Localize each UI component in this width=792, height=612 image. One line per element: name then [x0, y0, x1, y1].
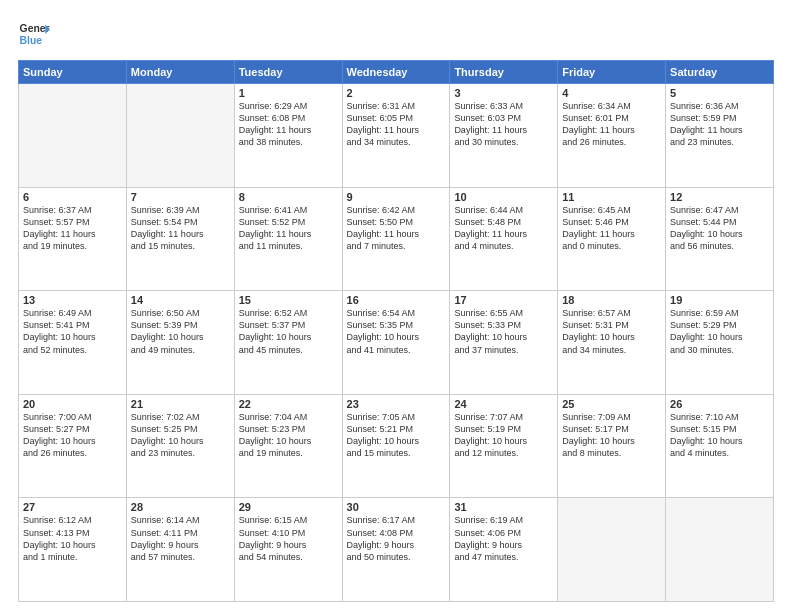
calendar-week-1: 1Sunrise: 6:29 AM Sunset: 6:08 PM Daylig…: [19, 84, 774, 188]
calendar-cell: 23Sunrise: 7:05 AM Sunset: 5:21 PM Dayli…: [342, 394, 450, 498]
calendar-cell: 8Sunrise: 6:41 AM Sunset: 5:52 PM Daylig…: [234, 187, 342, 291]
day-info: Sunrise: 6:44 AM Sunset: 5:48 PM Dayligh…: [454, 204, 553, 253]
day-info: Sunrise: 7:09 AM Sunset: 5:17 PM Dayligh…: [562, 411, 661, 460]
day-number: 27: [23, 501, 122, 513]
day-number: 25: [562, 398, 661, 410]
day-number: 28: [131, 501, 230, 513]
calendar-cell: 2Sunrise: 6:31 AM Sunset: 6:05 PM Daylig…: [342, 84, 450, 188]
calendar-cell: 19Sunrise: 6:59 AM Sunset: 5:29 PM Dayli…: [666, 291, 774, 395]
day-number: 29: [239, 501, 338, 513]
calendar-cell: [558, 498, 666, 602]
weekday-header-monday: Monday: [126, 61, 234, 84]
calendar-cell: 16Sunrise: 6:54 AM Sunset: 5:35 PM Dayli…: [342, 291, 450, 395]
day-number: 17: [454, 294, 553, 306]
calendar-cell: 10Sunrise: 6:44 AM Sunset: 5:48 PM Dayli…: [450, 187, 558, 291]
day-info: Sunrise: 6:42 AM Sunset: 5:50 PM Dayligh…: [347, 204, 446, 253]
calendar-cell: 15Sunrise: 6:52 AM Sunset: 5:37 PM Dayli…: [234, 291, 342, 395]
day-number: 7: [131, 191, 230, 203]
logo-icon: General Blue: [18, 18, 50, 50]
day-number: 8: [239, 191, 338, 203]
calendar-cell: 14Sunrise: 6:50 AM Sunset: 5:39 PM Dayli…: [126, 291, 234, 395]
day-info: Sunrise: 6:19 AM Sunset: 4:06 PM Dayligh…: [454, 514, 553, 563]
day-number: 18: [562, 294, 661, 306]
day-info: Sunrise: 6:29 AM Sunset: 6:08 PM Dayligh…: [239, 100, 338, 149]
weekday-header-sunday: Sunday: [19, 61, 127, 84]
day-info: Sunrise: 6:37 AM Sunset: 5:57 PM Dayligh…: [23, 204, 122, 253]
day-info: Sunrise: 6:50 AM Sunset: 5:39 PM Dayligh…: [131, 307, 230, 356]
calendar-cell: 3Sunrise: 6:33 AM Sunset: 6:03 PM Daylig…: [450, 84, 558, 188]
calendar-cell: 26Sunrise: 7:10 AM Sunset: 5:15 PM Dayli…: [666, 394, 774, 498]
day-number: 10: [454, 191, 553, 203]
day-number: 4: [562, 87, 661, 99]
calendar-cell: [126, 84, 234, 188]
day-number: 12: [670, 191, 769, 203]
calendar-week-2: 6Sunrise: 6:37 AM Sunset: 5:57 PM Daylig…: [19, 187, 774, 291]
calendar-cell: 29Sunrise: 6:15 AM Sunset: 4:10 PM Dayli…: [234, 498, 342, 602]
day-info: Sunrise: 7:10 AM Sunset: 5:15 PM Dayligh…: [670, 411, 769, 460]
calendar-cell: 11Sunrise: 6:45 AM Sunset: 5:46 PM Dayli…: [558, 187, 666, 291]
svg-text:Blue: Blue: [20, 35, 43, 46]
day-number: 11: [562, 191, 661, 203]
calendar-cell: 21Sunrise: 7:02 AM Sunset: 5:25 PM Dayli…: [126, 394, 234, 498]
day-info: Sunrise: 6:54 AM Sunset: 5:35 PM Dayligh…: [347, 307, 446, 356]
day-info: Sunrise: 7:04 AM Sunset: 5:23 PM Dayligh…: [239, 411, 338, 460]
calendar-cell: 28Sunrise: 6:14 AM Sunset: 4:11 PM Dayli…: [126, 498, 234, 602]
calendar-cell: 9Sunrise: 6:42 AM Sunset: 5:50 PM Daylig…: [342, 187, 450, 291]
calendar-cell: [666, 498, 774, 602]
calendar-week-4: 20Sunrise: 7:00 AM Sunset: 5:27 PM Dayli…: [19, 394, 774, 498]
calendar-cell: 24Sunrise: 7:07 AM Sunset: 5:19 PM Dayli…: [450, 394, 558, 498]
day-info: Sunrise: 6:49 AM Sunset: 5:41 PM Dayligh…: [23, 307, 122, 356]
calendar-cell: 17Sunrise: 6:55 AM Sunset: 5:33 PM Dayli…: [450, 291, 558, 395]
calendar-body: 1Sunrise: 6:29 AM Sunset: 6:08 PM Daylig…: [19, 84, 774, 602]
calendar-cell: 1Sunrise: 6:29 AM Sunset: 6:08 PM Daylig…: [234, 84, 342, 188]
logo: General Blue: [18, 18, 50, 50]
day-number: 9: [347, 191, 446, 203]
calendar-cell: 7Sunrise: 6:39 AM Sunset: 5:54 PM Daylig…: [126, 187, 234, 291]
day-number: 20: [23, 398, 122, 410]
day-info: Sunrise: 6:52 AM Sunset: 5:37 PM Dayligh…: [239, 307, 338, 356]
header: General Blue: [18, 18, 774, 50]
day-number: 19: [670, 294, 769, 306]
day-info: Sunrise: 6:33 AM Sunset: 6:03 PM Dayligh…: [454, 100, 553, 149]
day-number: 31: [454, 501, 553, 513]
calendar-cell: 18Sunrise: 6:57 AM Sunset: 5:31 PM Dayli…: [558, 291, 666, 395]
day-number: 22: [239, 398, 338, 410]
day-info: Sunrise: 7:00 AM Sunset: 5:27 PM Dayligh…: [23, 411, 122, 460]
page: General Blue SundayMondayTuesdayWednesda…: [0, 0, 792, 612]
day-number: 13: [23, 294, 122, 306]
calendar-cell: 20Sunrise: 7:00 AM Sunset: 5:27 PM Dayli…: [19, 394, 127, 498]
day-number: 1: [239, 87, 338, 99]
day-info: Sunrise: 6:31 AM Sunset: 6:05 PM Dayligh…: [347, 100, 446, 149]
calendar-cell: 5Sunrise: 6:36 AM Sunset: 5:59 PM Daylig…: [666, 84, 774, 188]
calendar-week-3: 13Sunrise: 6:49 AM Sunset: 5:41 PM Dayli…: [19, 291, 774, 395]
day-info: Sunrise: 6:12 AM Sunset: 4:13 PM Dayligh…: [23, 514, 122, 563]
day-number: 30: [347, 501, 446, 513]
day-number: 23: [347, 398, 446, 410]
calendar-table: SundayMondayTuesdayWednesdayThursdayFrid…: [18, 60, 774, 602]
calendar-cell: 4Sunrise: 6:34 AM Sunset: 6:01 PM Daylig…: [558, 84, 666, 188]
day-number: 6: [23, 191, 122, 203]
day-info: Sunrise: 6:17 AM Sunset: 4:08 PM Dayligh…: [347, 514, 446, 563]
calendar-cell: 13Sunrise: 6:49 AM Sunset: 5:41 PM Dayli…: [19, 291, 127, 395]
calendar-cell: 6Sunrise: 6:37 AM Sunset: 5:57 PM Daylig…: [19, 187, 127, 291]
calendar-cell: 27Sunrise: 6:12 AM Sunset: 4:13 PM Dayli…: [19, 498, 127, 602]
weekday-header-tuesday: Tuesday: [234, 61, 342, 84]
day-number: 21: [131, 398, 230, 410]
day-number: 16: [347, 294, 446, 306]
day-info: Sunrise: 6:47 AM Sunset: 5:44 PM Dayligh…: [670, 204, 769, 253]
calendar-cell: 25Sunrise: 7:09 AM Sunset: 5:17 PM Dayli…: [558, 394, 666, 498]
day-info: Sunrise: 6:36 AM Sunset: 5:59 PM Dayligh…: [670, 100, 769, 149]
calendar-cell: 31Sunrise: 6:19 AM Sunset: 4:06 PM Dayli…: [450, 498, 558, 602]
day-info: Sunrise: 6:39 AM Sunset: 5:54 PM Dayligh…: [131, 204, 230, 253]
day-number: 24: [454, 398, 553, 410]
weekday-header-wednesday: Wednesday: [342, 61, 450, 84]
day-number: 5: [670, 87, 769, 99]
day-number: 15: [239, 294, 338, 306]
day-number: 3: [454, 87, 553, 99]
weekday-header-friday: Friday: [558, 61, 666, 84]
day-info: Sunrise: 6:55 AM Sunset: 5:33 PM Dayligh…: [454, 307, 553, 356]
weekday-header-row: SundayMondayTuesdayWednesdayThursdayFrid…: [19, 61, 774, 84]
day-number: 2: [347, 87, 446, 99]
day-number: 26: [670, 398, 769, 410]
day-info: Sunrise: 6:57 AM Sunset: 5:31 PM Dayligh…: [562, 307, 661, 356]
